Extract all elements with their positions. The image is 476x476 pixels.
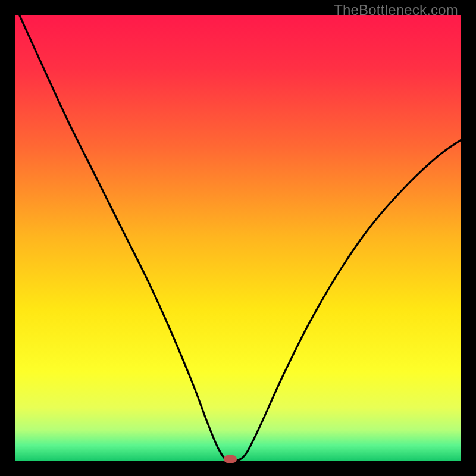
bottleneck-curve	[20, 15, 462, 461]
chart-frame	[15, 15, 461, 461]
bottleneck-marker	[224, 455, 237, 463]
curve-layer	[15, 15, 461, 461]
watermark-text: TheBottleneck.com	[334, 2, 458, 18]
